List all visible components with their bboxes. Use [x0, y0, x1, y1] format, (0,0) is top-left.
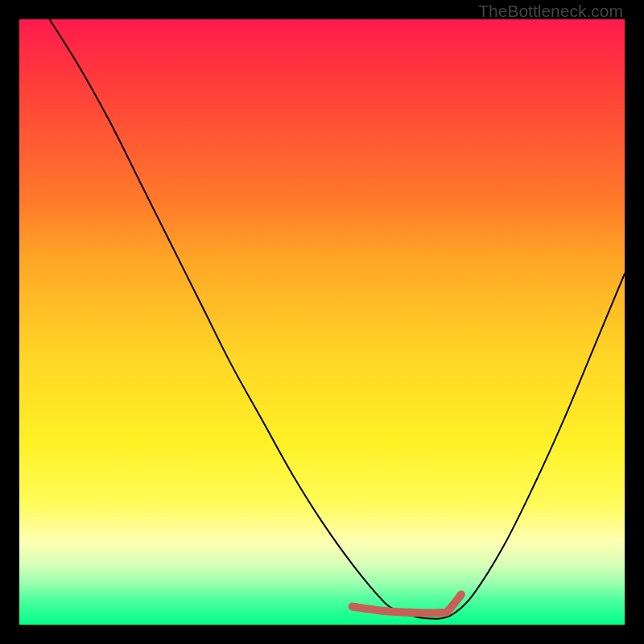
plot-area: [19, 19, 625, 625]
watermark-text: TheBottleneck.com: [478, 2, 623, 21]
curve-svg: [19, 19, 625, 625]
chart-container: TheBottleneck.com: [0, 0, 644, 644]
optimal-zone-highlight: [353, 594, 461, 613]
bottleneck-curve: [50, 19, 625, 619]
